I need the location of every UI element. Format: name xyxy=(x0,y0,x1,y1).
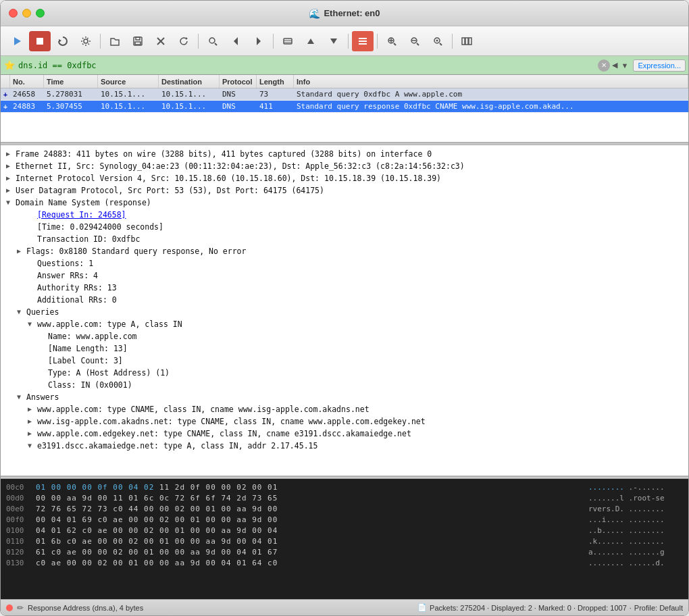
detail-udp[interactable]: ▶ User Datagram Protocol, Src Port: 53 (… xyxy=(1,184,688,197)
stop-capture-button[interactable] xyxy=(29,31,51,51)
dns-questions: Questions: 1 xyxy=(1,257,688,270)
questions-text: Questions: 1 xyxy=(37,257,683,270)
filter-prev-button[interactable]: ◀ xyxy=(610,61,619,70)
minimize-button[interactable] xyxy=(22,9,31,18)
svg-rect-5 xyxy=(136,37,140,40)
svg-rect-6 xyxy=(135,42,141,45)
col-len-header: Length xyxy=(257,75,294,88)
svg-rect-33 xyxy=(465,38,468,45)
filter-dropdown-button[interactable]: ▼ xyxy=(619,61,631,70)
separator-6 xyxy=(452,34,453,49)
packet-detail: ▶ Frame 24883: 411 bytes on wire (3288 b… xyxy=(1,145,688,476)
toggle-answers[interactable]: ▼ xyxy=(17,391,26,403)
dns-flags[interactable]: ▶ Flags: 0x8180 Standard query response,… xyxy=(1,245,688,257)
toggle-answer-2[interactable]: ▶ xyxy=(28,415,37,428)
toggle-flags[interactable]: ▶ xyxy=(17,245,26,257)
forward-button[interactable] xyxy=(248,31,270,51)
detail-ethernet[interactable]: ▶ Ethernet II, Src: Synology_04:ae:23 (0… xyxy=(1,160,688,172)
capture-options-button[interactable] xyxy=(75,31,97,51)
detail-frame[interactable]: ▶ Frame 24883: 411 bytes on wire (3288 b… xyxy=(1,148,688,160)
open-file-button[interactable] xyxy=(104,31,126,51)
dns-request-in[interactable]: [Request In: 24658] xyxy=(1,209,688,221)
hex-row-8: 0130 c0 ae 00 00 02 00 01 00 00 aa 9d 00… xyxy=(6,557,683,568)
toggle-answer-3[interactable]: ▶ xyxy=(28,428,37,440)
svg-rect-34 xyxy=(469,38,471,45)
row-1-time: 5.278031 xyxy=(44,88,98,100)
row-1-len: 73 xyxy=(257,88,294,100)
window-title: 🌊 Ethernet: en0 xyxy=(309,8,380,19)
toggle-ipv4[interactable]: ▶ xyxy=(6,172,16,184)
dns-answers-section[interactable]: ▼ Answers xyxy=(1,391,688,403)
file-icon: 📄 xyxy=(417,603,427,612)
row-1-no: 24658 xyxy=(10,88,44,100)
svg-marker-13 xyxy=(257,37,261,45)
dns-queries-section[interactable]: ▼ Queries xyxy=(1,306,688,318)
zoom-in-button[interactable] xyxy=(381,31,403,51)
answer-a-1[interactable]: ▼ e3191.dscc.akamaiedge.net: type A, cla… xyxy=(1,440,688,452)
packet-list-header: No. Time Source Destination Protocol Len… xyxy=(1,75,688,88)
hex-row-4: 00f0 00 04 01 69 c0 ae 00 00 02 00 01 00… xyxy=(6,514,683,525)
save-file-button[interactable] xyxy=(127,31,149,51)
request-in-link[interactable]: [Request In: 24658] xyxy=(37,209,683,221)
start-capture-button[interactable] xyxy=(6,31,28,51)
maximize-button[interactable] xyxy=(36,9,45,18)
scroll-down-button[interactable] xyxy=(323,31,344,51)
toggle-answer-1[interactable]: ▶ xyxy=(28,403,37,415)
detail-ipv4[interactable]: ▶ Internet Protocol Version 4, Src: 10.1… xyxy=(1,172,688,184)
answer-cname-2[interactable]: ▶ www.isg-apple.com.akadns.net: type CNA… xyxy=(1,415,688,428)
toggle-frame[interactable]: ▶ xyxy=(6,148,16,160)
toggle-answer-4[interactable]: ▼ xyxy=(28,440,37,452)
svg-marker-9 xyxy=(186,37,188,40)
scroll-up-button[interactable] xyxy=(300,31,322,51)
row-2-info: Standard query response 0xdfbc CNAME www… xyxy=(294,101,688,112)
svg-point-10 xyxy=(209,38,215,43)
zoom-reset-button[interactable] xyxy=(427,31,449,51)
hex-dump: 00c0 01 00 00 00 0f 00 04 02 11 2d 0f 00… xyxy=(1,479,688,599)
hex-row-1: 00c0 01 00 00 00 0f 00 04 02 11 2d 0f 00… xyxy=(6,482,683,492)
svg-rect-20 xyxy=(359,41,367,42)
flags-text: Flags: 0x8180 Standard query response, N… xyxy=(26,245,683,257)
filter-clear-button[interactable]: ✕ xyxy=(598,59,610,72)
resize-columns-button[interactable] xyxy=(456,31,478,51)
zoom-out-button[interactable] xyxy=(404,31,426,51)
toggle-dns[interactable]: ▼ xyxy=(6,197,16,209)
row-2-len: 411 xyxy=(257,101,294,112)
colorize-button[interactable] xyxy=(352,31,374,51)
query-name-text: Name: www.apple.com xyxy=(48,330,683,342)
query-type: Type: A (Host Address) (1) xyxy=(1,367,688,379)
close-button[interactable] xyxy=(9,9,18,18)
reload-button[interactable] xyxy=(173,31,195,51)
filter-bookmark-icon[interactable]: ⭐ xyxy=(3,59,16,72)
toggle-query-apple[interactable]: ▼ xyxy=(28,318,37,330)
status-left-text: Response Address (dns.a), 4 bytes xyxy=(28,604,143,612)
back-button[interactable] xyxy=(225,31,247,51)
dns-query-apple[interactable]: ▼ www.apple.com: type A, class IN xyxy=(1,318,688,330)
svg-rect-21 xyxy=(359,43,367,45)
dns-text: Domain Name System (response) xyxy=(16,197,683,209)
answer-4-text: e3191.dscc.akamaiedge.net: type A, class… xyxy=(37,440,683,452)
filter-input[interactable] xyxy=(16,61,598,70)
row-1-proto: DNS xyxy=(220,88,257,100)
query-name-len: [Name Length: 13] xyxy=(1,342,688,355)
detail-dns[interactable]: ▼ Domain Name System (response) xyxy=(1,197,688,209)
answers-text: Answers xyxy=(26,391,683,403)
packet-row-1[interactable]: + 24658 5.278031 10.15.1... 10.15.1... D… xyxy=(1,88,688,101)
toggle-ethernet[interactable]: ▶ xyxy=(6,160,16,172)
svg-rect-19 xyxy=(359,38,367,39)
find-button[interactable] xyxy=(202,31,224,51)
row-1-dst: 10.15.1... xyxy=(159,88,220,100)
expression-button[interactable]: Expression... xyxy=(633,59,686,72)
toggle-udp[interactable]: ▶ xyxy=(6,184,16,197)
answer-cname-1[interactable]: ▶ www.apple.com: type CNAME, class IN, c… xyxy=(1,403,688,415)
hex-row-3: 00e0 72 76 65 72 73 c0 44 00 00 02 00 01… xyxy=(6,503,683,514)
status-dot xyxy=(6,605,13,611)
close-capture-button[interactable] xyxy=(150,31,172,51)
restart-capture-button[interactable] xyxy=(52,31,74,51)
dns-additional-rrs: Additional RRs: 0 xyxy=(1,294,688,306)
authority-rrs-text: Authority RRs: 13 xyxy=(37,282,683,294)
toggle-queries[interactable]: ▼ xyxy=(17,306,26,318)
goto-button[interactable] xyxy=(277,31,299,51)
answer-cname-3[interactable]: ▶ www.apple.com.edgekey.net: type CNAME,… xyxy=(1,428,688,440)
packet-row-2[interactable]: + 24883 5.307455 10.15.1... 10.15.1... D… xyxy=(1,101,688,113)
svg-point-31 xyxy=(436,39,438,41)
